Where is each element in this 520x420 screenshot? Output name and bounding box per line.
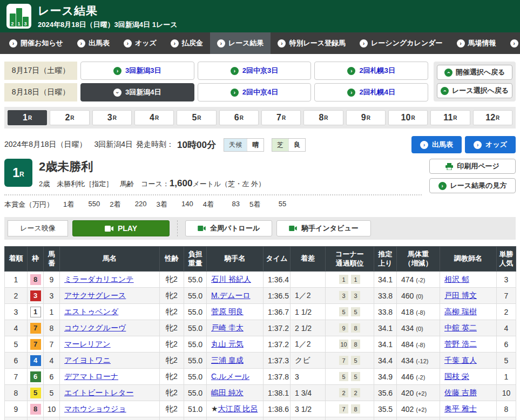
horse-name-link[interactable]: アサクサグレース: [64, 291, 126, 300]
horse-name-link[interactable]: コウソクグルーヴ: [64, 323, 126, 332]
jockey-interview-button[interactable]: 騎手インタビュー: [276, 220, 371, 236]
page-title: レース結果: [38, 3, 178, 18]
trainer-name-link[interactable]: 千葉 直人: [444, 356, 477, 364]
corner-position-box: 5: [351, 356, 360, 365]
camera-icon: [105, 226, 113, 232]
frame-number-badge: 5: [30, 388, 41, 398]
horse-name-link[interactable]: ミラーダカリエンテ: [64, 275, 134, 283]
column-header: 推定 上り: [374, 247, 397, 272]
print-page-button[interactable]: 印刷用ページ: [429, 159, 516, 174]
results-guide-button[interactable]: ›レース結果の見方: [429, 178, 516, 193]
horse-name-link[interactable]: デアマトローナ: [64, 372, 118, 381]
jockey-name-link[interactable]: 丸山 元気: [211, 340, 244, 348]
race-tab-number: 10: [401, 113, 411, 123]
race-tab-number: 7: [276, 113, 281, 123]
win-popularity: 9: [497, 417, 516, 420]
entry-table-button[interactable]: ›出馬表: [411, 136, 462, 153]
jockey-name-link[interactable]: 三浦 皇成: [211, 356, 244, 364]
frame-number-badge: 4: [30, 355, 41, 366]
horse-number: 3: [44, 288, 60, 304]
race-tab-9r[interactable]: 9R: [346, 110, 386, 125]
chevron-right-icon: ›: [438, 182, 447, 190]
trainer-name-link[interactable]: 相沢 郁: [444, 275, 469, 283]
prize-amount: 550: [82, 200, 100, 209]
jockey-name-link[interactable]: 大江原 比呂: [218, 404, 258, 413]
race-tab-4r[interactable]: 4R: [134, 110, 174, 125]
meeting-day-button[interactable]: ›3回新潟4日: [80, 83, 194, 101]
table-row: 233アサクサグレース牝255.0M.デムーロ1:36.51／23333.846…: [5, 288, 516, 304]
jockey-name-link[interactable]: 菅原 明良: [211, 307, 244, 316]
race-tab-number: 1: [23, 113, 28, 123]
trainer-name-link[interactable]: 戸田 博文: [444, 291, 477, 300]
nav-item-1[interactable]: ›開催お知らせ: [2, 32, 70, 54]
horse-name-link[interactable]: マホウショウジョ: [64, 404, 126, 413]
prize-place: 2着: [110, 200, 120, 209]
horse-name-link[interactable]: アイヨトワニ: [64, 356, 111, 364]
finish-time: 1:37.2: [264, 336, 291, 353]
corner-position-box: 5: [351, 307, 360, 316]
race-tab-6r[interactable]: 6R: [219, 110, 259, 125]
race-tab-suffix: R: [324, 115, 328, 121]
nav-item-4[interactable]: ›払戻金: [164, 32, 210, 54]
race-tab-2r[interactable]: 2R: [50, 110, 89, 125]
race-tab-11r[interactable]: 11R: [430, 110, 470, 125]
trainer-name-link[interactable]: 奥平 雅士: [444, 404, 477, 413]
chevron-right-icon: ›: [217, 39, 225, 48]
trainer-name-link[interactable]: 高柳 瑞樹: [444, 307, 477, 316]
body-weight: 446: [401, 372, 416, 381]
corner-position-box: 7: [339, 404, 348, 414]
race-tab-3r[interactable]: 3R: [92, 110, 132, 125]
race-tab-7r[interactable]: 7R: [261, 110, 301, 125]
race-tab-12r[interactable]: 12R: [473, 110, 512, 125]
nav-item-9[interactable]: ›今週の注目レース: [503, 32, 520, 54]
trainer-name-link[interactable]: 中舘 英二: [444, 323, 477, 332]
patrol-video-button[interactable]: 全周パトロール: [185, 220, 272, 236]
chevron-up-icon: ›: [444, 69, 453, 77]
table-row: 766デアマトローナ牝255.0C.ルメール1:37.835534.9446 (…: [5, 369, 516, 385]
meeting-day-button[interactable]: ›2回中京4日: [198, 83, 312, 101]
horse-name-link[interactable]: エストゥベンダ: [64, 307, 118, 316]
turf-condition-badge: 芝 良: [272, 138, 306, 152]
jockey-name-link[interactable]: 戸崎 圭太: [211, 323, 244, 332]
jockey-name-link[interactable]: 石川 裕紀人: [211, 275, 251, 283]
odds-button[interactable]: ›オッズ: [465, 136, 516, 153]
trainer-name-link[interactable]: 佐藤 吉勝: [444, 388, 477, 397]
meeting-day-button[interactable]: ›3回新潟3日: [80, 62, 194, 80]
meeting-day-label: 3回新潟4日: [125, 87, 161, 97]
sex-age: 牝2: [160, 369, 184, 385]
corner-position-box: 8: [351, 404, 360, 414]
race-tab-1r[interactable]: 1R: [8, 110, 47, 125]
race-tab-8r[interactable]: 8R: [303, 110, 343, 125]
nav-item-8[interactable]: ›馬場情報: [450, 32, 503, 54]
horse-name-link[interactable]: エイトビートレター: [64, 388, 133, 397]
chevron-right-icon: ›: [420, 141, 428, 149]
meeting-day-button[interactable]: ›2回札幌4日: [314, 83, 428, 101]
nav-item-7[interactable]: ›レーシングカレンダー: [353, 32, 449, 54]
nav-item-5[interactable]: ›レース結果: [210, 32, 271, 54]
trainer-name-link[interactable]: 国枝 栄: [444, 372, 469, 381]
corner-position-box: 1: [351, 275, 360, 284]
nav-item-3[interactable]: ›オッズ: [117, 32, 164, 54]
horse-name-link[interactable]: マーレリアン: [64, 340, 111, 348]
jockey-name-link[interactable]: 嶋田 純次: [211, 388, 244, 397]
back-to-meeting-button[interactable]: ›開催選択へ戻る: [437, 65, 512, 80]
chevron-up-icon: ›: [441, 87, 449, 95]
body-weight-cell: 434 (-12): [397, 353, 440, 369]
jockey-name-link[interactable]: M.デムーロ: [211, 291, 251, 300]
jockey-cell: 江田 照男: [207, 417, 264, 420]
margin: 1 1/2: [291, 417, 326, 420]
back-to-race-select-button[interactable]: ›レース選択へ戻る: [437, 83, 512, 98]
chevron-right-icon: ›: [457, 39, 465, 48]
meeting-day-button[interactable]: ›2回中京3日: [198, 62, 312, 80]
jockey-name-link[interactable]: C.ルメール: [211, 372, 249, 381]
corner-positions-cell: 55: [326, 369, 374, 385]
trainer-name-link[interactable]: 菅野 浩二: [444, 340, 477, 348]
corner-positions: 75: [328, 356, 372, 365]
nav-item-6[interactable]: ›特別レース登録馬: [271, 32, 353, 54]
trainer-cell: 千葉 直人: [440, 353, 497, 369]
play-button[interactable]: PLAY: [72, 220, 170, 236]
race-tab-5r[interactable]: 5R: [177, 110, 216, 125]
race-tab-10r[interactable]: 10R: [388, 110, 428, 125]
nav-item-2[interactable]: ›出馬表: [70, 32, 117, 54]
meeting-day-button[interactable]: ›2回札幌3日: [314, 62, 428, 80]
